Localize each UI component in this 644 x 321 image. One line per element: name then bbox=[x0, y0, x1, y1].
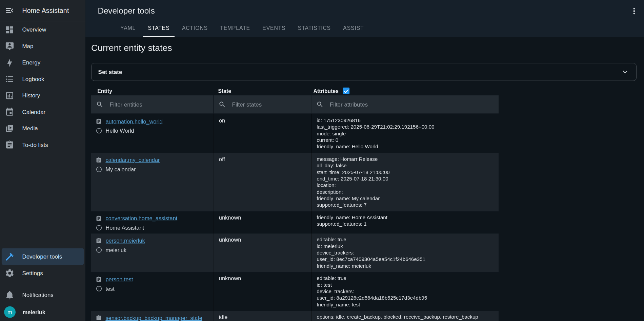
sidebar-item-calendar[interactable]: Calendar bbox=[0, 103, 85, 120]
column-header-attributes: Attributes bbox=[311, 88, 499, 94]
sidebar-item-settings[interactable]: Settings bbox=[0, 265, 85, 281]
toolbar: Developer tools YAML STATES ACTIONS TEMP… bbox=[85, 0, 644, 37]
sidebar-item-label: Settings bbox=[22, 270, 43, 276]
entity-link[interactable]: calendar.my_calendar bbox=[105, 157, 160, 163]
energy-icon bbox=[5, 58, 15, 67]
state-cell: idle bbox=[214, 311, 311, 321]
attributes-label: Attributes bbox=[314, 88, 339, 94]
entity-cell: calendar.my_calendar My calendar bbox=[91, 153, 214, 211]
tab-states[interactable]: STATES bbox=[143, 21, 175, 37]
sidebar-item-label: Calendar bbox=[22, 109, 45, 115]
sidebar-item-label: Overview bbox=[22, 26, 46, 33]
entity-friendly-name: Hello World bbox=[105, 128, 134, 134]
sidebar-item-developer-tools[interactable]: Developer tools bbox=[2, 248, 84, 265]
app: Home Assistant Overview Map Energy Logbo… bbox=[0, 0, 644, 321]
sidebar-item-history[interactable]: History bbox=[0, 87, 85, 103]
copy-entity-id-icon[interactable] bbox=[96, 276, 102, 282]
entity-info-icon[interactable] bbox=[96, 285, 102, 292]
column-header-entity: Entity bbox=[91, 88, 214, 94]
attributes-cell: message: Homarr Release all_day: false s… bbox=[311, 153, 499, 211]
gear-icon bbox=[5, 268, 15, 278]
table-row: person.test test unknown editable: true … bbox=[91, 272, 499, 311]
search-icon bbox=[316, 101, 324, 108]
dashboard-icon bbox=[5, 25, 15, 34]
sidebar-item-energy[interactable]: Energy bbox=[0, 54, 85, 71]
copy-entity-id-icon[interactable] bbox=[96, 315, 102, 321]
app-title: Home Assistant bbox=[22, 7, 69, 14]
tab-events[interactable]: EVENTS bbox=[258, 21, 290, 37]
entity-cell: sensor.backup_backup_manager_state Backu… bbox=[91, 311, 214, 321]
sidebar-item-label: To-do lists bbox=[22, 141, 48, 148]
entity-info-icon[interactable] bbox=[96, 247, 102, 253]
sidebar-item-logbook[interactable]: Logbook bbox=[0, 71, 85, 87]
entity-link[interactable]: sensor.backup_backup_manager_state bbox=[105, 315, 202, 321]
table-body: automation.hello_world Hello World on id… bbox=[91, 114, 499, 321]
search-icon bbox=[96, 101, 104, 108]
filter-row bbox=[91, 95, 499, 113]
bell-icon bbox=[5, 290, 15, 300]
filter-states-input[interactable] bbox=[232, 101, 306, 108]
entity-cell: person.test test bbox=[91, 272, 214, 311]
sidebar-user-profile[interactable]: m meierluk bbox=[0, 303, 85, 321]
menu-toggle-icon[interactable] bbox=[5, 6, 15, 15]
copy-entity-id-icon[interactable] bbox=[96, 118, 102, 124]
state-cell: on bbox=[214, 114, 311, 153]
history-chart-icon bbox=[5, 91, 15, 100]
copy-entity-id-icon[interactable] bbox=[96, 157, 102, 163]
main-area: Developer tools YAML STATES ACTIONS TEMP… bbox=[85, 0, 644, 321]
calendar-icon bbox=[5, 107, 15, 117]
sidebar-item-label: Logbook bbox=[22, 76, 44, 82]
search-icon bbox=[219, 101, 226, 108]
entity-link[interactable]: automation.hello_world bbox=[105, 118, 162, 124]
hammer-icon bbox=[5, 252, 15, 261]
state-cell: off bbox=[214, 153, 311, 211]
entity-info-icon[interactable] bbox=[96, 128, 102, 134]
attributes-cell: editable: true id: test device_trackers:… bbox=[311, 272, 499, 311]
user-name: meierluk bbox=[23, 309, 45, 315]
entity-info-icon[interactable] bbox=[96, 166, 102, 173]
sidebar-item-todo-lists[interactable]: To-do lists bbox=[0, 136, 85, 153]
table-row: sensor.backup_backup_manager_state Backu… bbox=[91, 311, 499, 321]
sidebar-item-media[interactable]: Media bbox=[0, 120, 85, 136]
sidebar-item-label: Map bbox=[22, 43, 33, 49]
tab-yaml[interactable]: YAML bbox=[115, 21, 140, 37]
filter-entities-field[interactable] bbox=[91, 95, 213, 113]
sidebar-nav: Overview Map Energy Logbook History Cale… bbox=[0, 21, 85, 153]
entity-friendly-name: meierluk bbox=[105, 247, 126, 253]
filter-states-field[interactable] bbox=[214, 95, 311, 113]
entity-friendly-name: My calendar bbox=[105, 166, 136, 172]
copy-entity-id-icon[interactable] bbox=[96, 238, 102, 244]
entity-link[interactable]: person.test bbox=[105, 276, 133, 282]
sidebar-item-label: History bbox=[22, 92, 40, 98]
sidebar-item-map[interactable]: Map bbox=[0, 38, 85, 54]
attributes-cell: editable: true id: meierluk device_track… bbox=[311, 233, 499, 272]
states-content: Current entity states Set state Entity S… bbox=[85, 37, 644, 321]
kebab-menu-icon[interactable] bbox=[629, 6, 639, 16]
section-heading: Current entity states bbox=[91, 43, 644, 54]
entity-link[interactable]: person.meierluk bbox=[105, 238, 145, 244]
filter-entities-input[interactable] bbox=[110, 101, 208, 108]
logbook-icon bbox=[5, 74, 15, 84]
entity-friendly-name: Home Assistant bbox=[105, 225, 144, 231]
tab-assist[interactable]: ASSIST bbox=[338, 21, 369, 37]
entity-link[interactable]: conversation.home_assistant bbox=[105, 215, 177, 221]
table-header: Entity State Attributes bbox=[91, 86, 499, 95]
filter-attributes-field[interactable] bbox=[311, 95, 499, 113]
table-row: automation.hello_world Hello World on id… bbox=[91, 114, 499, 153]
todo-lists-icon bbox=[5, 140, 15, 150]
entity-states-table: Entity State Attributes bbox=[91, 86, 499, 321]
sidebar-item-overview[interactable]: Overview bbox=[0, 21, 85, 38]
tab-template[interactable]: TEMPLATE bbox=[215, 21, 255, 37]
state-cell: unknown bbox=[214, 211, 311, 233]
entity-info-icon[interactable] bbox=[96, 225, 102, 231]
tab-actions[interactable]: ACTIONS bbox=[177, 21, 213, 37]
sidebar-item-notifications[interactable]: Notifications bbox=[0, 287, 85, 303]
media-play-icon bbox=[5, 124, 15, 133]
set-state-expansion-panel[interactable]: Set state bbox=[91, 63, 637, 81]
table-row: person.meierluk meierluk unknown editabl… bbox=[91, 233, 499, 272]
copy-entity-id-icon[interactable] bbox=[96, 215, 102, 221]
attributes-cell: friendly_name: Home Assistant supported_… bbox=[311, 211, 499, 233]
filter-attributes-input[interactable] bbox=[330, 101, 494, 108]
tab-statistics[interactable]: STATISTICS bbox=[293, 21, 336, 37]
attributes-checkbox[interactable] bbox=[343, 88, 349, 94]
